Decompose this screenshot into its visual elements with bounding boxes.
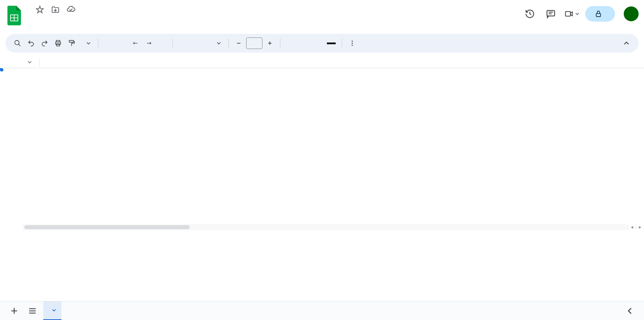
sheet-tab-bar [0,301,644,320]
scroll-left-button[interactable]: ◄ [628,224,636,230]
svg-point-14 [352,43,353,44]
toolbar [5,34,639,53]
name-box[interactable] [3,60,36,64]
svg-point-13 [352,41,353,42]
increase-decimal-button[interactable] [143,37,155,49]
currency-format-button[interactable] [102,37,114,49]
svg-rect-4 [15,18,18,21]
chevron-down-icon [575,12,579,16]
scrollbar-thumb[interactable] [24,225,190,229]
menu-tools[interactable] [86,22,96,26]
formula-bar [0,56,644,68]
font-size-input[interactable] [246,37,262,49]
sheet-tab-active[interactable] [43,301,61,320]
number-format-button[interactable] [156,37,169,49]
lock-icon [595,10,602,18]
paint-format-icon[interactable] [66,37,78,49]
move-folder-icon[interactable] [50,4,61,15]
svg-rect-7 [596,14,601,17]
menu-bar [26,17,522,30]
chevron-down-icon [28,60,32,64]
document-title[interactable] [26,9,30,10]
menu-extensions[interactable] [97,22,106,26]
text-color-button[interactable] [325,37,338,49]
menu-data[interactable] [76,22,86,26]
all-sheets-button[interactable] [25,303,40,318]
chevron-down-icon [217,41,221,45]
svg-rect-6 [565,11,570,16]
star-icon[interactable] [34,4,45,15]
svg-rect-12 [69,41,74,43]
strikethrough-button[interactable] [311,37,324,49]
user-avatar[interactable] [624,6,639,21]
menu-insert[interactable] [56,22,66,26]
spreadsheet-grid[interactable]: ◄ ► [0,68,644,230]
app-header [0,0,644,34]
percent-format-button[interactable] [116,37,128,49]
cloud-status-icon[interactable] [66,4,76,15]
svg-point-15 [352,45,353,46]
comments-icon[interactable] [543,6,558,21]
horizontal-scrollbar[interactable] [23,224,627,230]
increase-font-size-button[interactable] [264,37,276,49]
sheets-logo[interactable] [5,3,23,26]
formula-input[interactable] [43,56,644,68]
menu-view[interactable] [46,22,55,26]
redo-icon[interactable] [38,37,51,49]
menu-format[interactable] [66,22,76,26]
italic-button[interactable] [298,37,310,49]
search-icon[interactable] [11,37,24,49]
menu-edit[interactable] [36,22,45,26]
svg-rect-2 [15,15,18,18]
zoom-dropdown[interactable] [79,37,94,49]
svg-rect-3 [11,18,14,21]
scroll-right-button[interactable]: ► [636,224,644,230]
svg-point-8 [15,41,19,45]
add-sheet-button[interactable] [7,303,22,318]
share-button[interactable] [585,6,615,22]
explore-button[interactable] [622,303,637,318]
decrease-font-size-button[interactable] [233,37,245,49]
more-tools-button[interactable] [346,37,358,49]
print-icon[interactable] [52,37,64,49]
chevron-down-icon [52,308,56,312]
undo-icon[interactable] [25,37,37,49]
decrease-decimal-button[interactable] [129,37,141,49]
history-icon[interactable] [522,6,537,21]
svg-rect-1 [11,15,14,18]
meet-button[interactable] [564,6,579,21]
font-dropdown[interactable] [177,37,224,49]
chevron-down-icon [86,41,91,45]
svg-rect-5 [547,10,555,16]
bold-button[interactable] [284,37,297,49]
collapse-toolbar-button[interactable] [620,37,633,49]
menu-file[interactable] [26,22,35,26]
menu-help[interactable] [107,22,116,26]
